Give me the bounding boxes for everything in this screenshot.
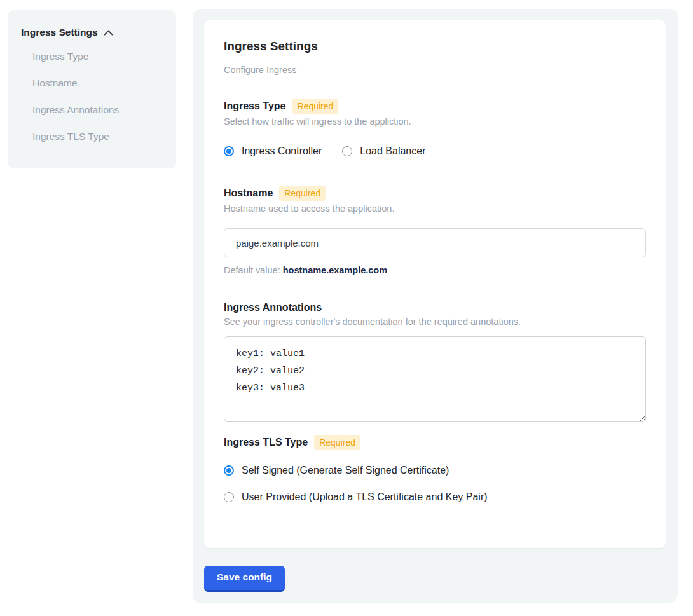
chevron-up-icon — [104, 30, 113, 36]
radio-checked-icon — [224, 465, 234, 476]
radio-option-load-balancer[interactable]: Load Balancer — [342, 145, 425, 158]
ingress-tls-radio-group: Self Signed (Generate Self Signed Certif… — [224, 464, 646, 503]
ingress-annotations-label: Ingress Annotations — [224, 302, 322, 313]
ingress-annotations-textarea[interactable]: key1: value1 key2: value2 key3: value3 — [224, 336, 646, 422]
radio-option-self-signed[interactable]: Self Signed (Generate Self Signed Certif… — [224, 464, 646, 477]
page-subtitle: Configure Ingress — [224, 65, 646, 76]
radio-option-label: Self Signed (Generate Self Signed Certif… — [242, 465, 449, 476]
section-hostname: Hostname Required Hostname used to acces… — [224, 186, 646, 276]
default-value-label: Default value: — [224, 265, 280, 275]
hostname-label: Hostname — [224, 188, 273, 199]
ingress-settings-card: Ingress Settings Configure Ingress Ingre… — [204, 20, 666, 548]
ingress-type-label: Ingress Type — [224, 100, 286, 112]
radio-option-label: User Provided (Upload a TLS Certificate … — [242, 491, 488, 503]
page-title: Ingress Settings — [224, 39, 646, 53]
ingress-type-radio-group: Ingress Controller Load Balancer — [224, 145, 646, 158]
sidebar-item-list: Ingress Type Hostname Ingress Annotation… — [21, 43, 163, 150]
hostname-help: Hostname used to access the application. — [224, 203, 646, 214]
required-badge: Required — [314, 435, 360, 450]
ingress-annotations-help: See your ingress controller's documentat… — [224, 317, 646, 327]
section-ingress-annotations: Ingress Annotations See your ingress con… — [224, 301, 646, 422]
required-badge: Required — [292, 99, 339, 114]
sidebar-group-label: Ingress Settings — [21, 27, 98, 38]
radio-option-label: Ingress Controller — [242, 146, 322, 157]
radio-option-user-provided[interactable]: User Provided (Upload a TLS Certificate … — [224, 491, 646, 503]
ingress-type-help: Select how traffic will ingress to the a… — [224, 116, 646, 127]
radio-unchecked-icon — [224, 492, 234, 502]
radio-checked-icon — [224, 146, 234, 156]
sidebar-item-ingress-tls-type[interactable]: Ingress TLS Type — [21, 123, 163, 150]
section-ingress-tls-type: Ingress TLS Type Required Self Signed (G… — [224, 435, 646, 503]
radio-option-label: Load Balancer — [360, 146, 425, 157]
save-config-button[interactable]: Save config — [204, 566, 285, 592]
settings-sidebar: Ingress Settings Ingress Type Hostname I… — [8, 10, 176, 168]
section-ingress-type: Ingress Type Required Select how traffic… — [224, 99, 646, 158]
sidebar-group-ingress-settings[interactable]: Ingress Settings — [21, 24, 163, 41]
ingress-tls-type-label: Ingress TLS Type — [224, 437, 308, 448]
sidebar-item-hostname[interactable]: Hostname — [21, 70, 163, 97]
settings-main-panel: Ingress Settings Configure Ingress Ingre… — [193, 9, 678, 603]
sidebar-item-ingress-annotations[interactable]: Ingress Annotations — [21, 97, 163, 123]
radio-unchecked-icon — [342, 146, 352, 156]
required-badge: Required — [279, 186, 326, 201]
radio-option-ingress-controller[interactable]: Ingress Controller — [224, 145, 322, 158]
hostname-input[interactable] — [224, 228, 646, 257]
default-value-text: hostname.example.com — [283, 265, 387, 275]
hostname-default-note: Default value: hostname.example.com — [224, 265, 646, 276]
sidebar-item-ingress-type[interactable]: Ingress Type — [21, 43, 163, 70]
